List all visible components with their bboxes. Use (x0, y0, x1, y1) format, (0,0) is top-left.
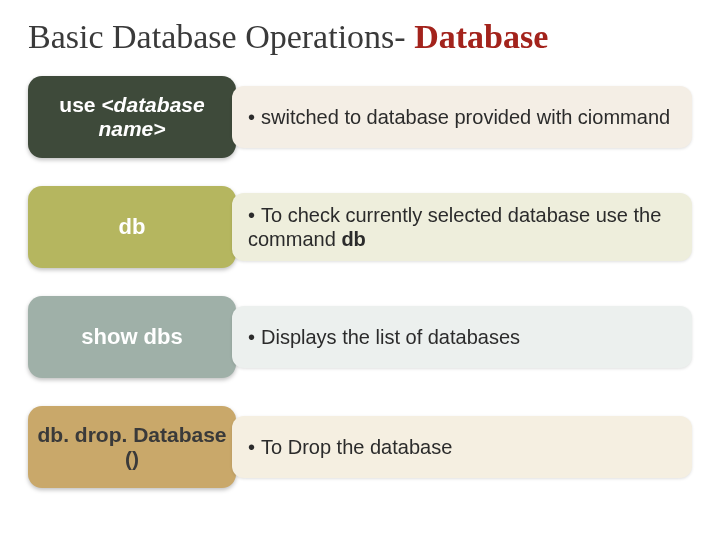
operations-list: use <database name> •switched to databas… (28, 76, 692, 488)
bullet-icon: • (248, 326, 255, 348)
description-text: switched to database provided with ciomm… (261, 106, 670, 128)
bullet-icon: • (248, 436, 255, 458)
description-wrap: •To Drop the database (236, 406, 692, 488)
operation-row: use <database name> •switched to databas… (28, 76, 692, 158)
command-pill-dropdatabase: db. drop. Database () (28, 406, 236, 488)
command-arg: <database name> (98, 93, 204, 140)
description-wrap: •Displays the list of databases (236, 296, 692, 378)
slide-title: Basic Database Operations- Database (28, 18, 692, 56)
description-text: To Drop the database (261, 436, 452, 458)
title-prefix: Basic Database Operations- (28, 18, 414, 55)
description: •switched to database provided with ciom… (232, 86, 692, 148)
command-pill-db: db (28, 186, 236, 268)
command-main: show dbs (81, 324, 182, 349)
bullet-icon: • (248, 204, 255, 226)
command-pill-use: use <database name> (28, 76, 236, 158)
command-main: use (59, 93, 95, 116)
bullet-icon: • (248, 106, 255, 128)
description: •To Drop the database (232, 416, 692, 478)
description-wrap: •To check currently selected database us… (236, 186, 692, 268)
operation-row: db •To check currently selected database… (28, 186, 692, 268)
operation-row: show dbs •Displays the list of databases (28, 296, 692, 378)
description-text: Displays the list of databases (261, 326, 520, 348)
operation-row: db. drop. Database () •To Drop the datab… (28, 406, 692, 488)
description-bold: db (341, 228, 365, 250)
title-accent: Database (414, 18, 548, 55)
description-text: To check currently selected database use… (248, 204, 661, 250)
command-main: db (119, 214, 146, 239)
command-pill-showdbs: show dbs (28, 296, 236, 378)
description-wrap: •switched to database provided with ciom… (236, 76, 692, 158)
description: •To check currently selected database us… (232, 193, 692, 261)
command-main: db. drop. Database () (36, 423, 228, 471)
description: •Displays the list of databases (232, 306, 692, 368)
